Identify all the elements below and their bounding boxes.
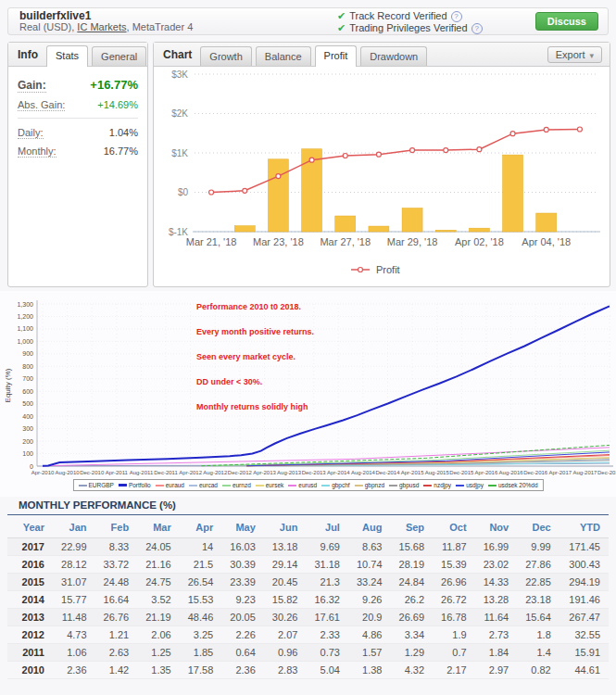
svg-text:1,100: 1,100	[17, 325, 33, 332]
value-cell: 3.25	[180, 626, 222, 644]
value-cell: 1.06	[53, 644, 95, 662]
column-header-ytd: YTD	[559, 517, 609, 538]
equity-chart: 1,3001,2001,1001,00090080070060050040030…	[0, 291, 616, 477]
legend-item-euraud[interactable]: euraud	[156, 482, 184, 488]
value-cell: 5.04	[306, 662, 348, 679]
export-button[interactable]: Export▾	[547, 46, 602, 63]
value-cell: 15.91	[559, 644, 609, 662]
legend-item-usdsek-20-dd[interactable]: usdsek 20%dd	[488, 482, 538, 488]
value-cell: 300.43	[559, 556, 609, 574]
stat-label: Gain:	[18, 79, 46, 93]
value-cell: 1.57	[348, 644, 391, 662]
value-cell: 2.63	[95, 644, 138, 662]
broker-link[interactable]: IC Markets	[77, 21, 126, 32]
help-icon[interactable]: ?	[471, 23, 483, 34]
discuss-button[interactable]: Discuss	[535, 12, 598, 31]
svg-text:1,300: 1,300	[17, 301, 33, 308]
export-label: Export	[556, 49, 585, 60]
tab-growth[interactable]: Growth	[200, 46, 251, 66]
value-cell: 0.7	[433, 644, 475, 662]
tab-balance[interactable]: Balance	[256, 46, 311, 66]
help-icon[interactable]: ?	[451, 11, 462, 22]
legend-item-usdjpy[interactable]: usdjpy	[456, 482, 484, 488]
value-cell: 23.18	[517, 591, 559, 609]
legend-label: eursek	[266, 482, 284, 488]
value-cell: 15.77	[53, 591, 95, 609]
legend-item-gbpusd[interactable]: gbpusd	[389, 482, 419, 488]
year-cell: 2012	[7, 626, 53, 644]
stats-gain-group: Gain:+16.77%Abs. Gain:+14.69%	[18, 78, 138, 111]
value-cell: 2.07	[264, 626, 307, 644]
legend-item-gbpchf[interactable]: gbpchf	[321, 482, 350, 488]
table-row-2013: 201311.4826.7621.1948.4620.0530.2617.612…	[7, 609, 609, 626]
tab-drawdown[interactable]: Drawdown	[360, 46, 427, 66]
legend-label: eurnzd	[233, 482, 251, 488]
info-tabs: StatsGeneral	[46, 45, 150, 66]
tab-profit[interactable]: Profit	[315, 45, 358, 67]
svg-text:Dec-2017: Dec-2017	[597, 470, 616, 475]
tab-general[interactable]: General	[92, 46, 146, 66]
platform: , MetaTrader 4	[127, 21, 194, 32]
verification-block: ✔Track Record Verified? ✔Trading Privile…	[337, 10, 483, 34]
svg-text:Apr 02, '18: Apr 02, '18	[455, 236, 504, 247]
info-panel-title: Info	[8, 48, 46, 66]
table-row-2016: 201628.1233.7221.1621.530.3929.1431.1810…	[7, 556, 609, 574]
legend-label: eurusd	[298, 482, 317, 488]
legend-item-eurnzd[interactable]: eurnzd	[222, 482, 251, 488]
svg-text:Mar 23, '18: Mar 23, '18	[253, 236, 304, 247]
legend-item-gbpnzd[interactable]: gbpnzd	[355, 482, 384, 488]
legend-item-eurcad[interactable]: eurcad	[189, 482, 218, 488]
svg-text:Dec-2013: Dec-2013	[302, 470, 327, 475]
value-cell: 14	[180, 538, 222, 556]
chart-tabbar: Chart GrowthBalanceProfitDrawdown Export…	[154, 43, 610, 67]
value-cell: 2.36	[221, 662, 264, 679]
account-type: Real (USD),	[19, 21, 77, 32]
svg-text:$2K: $2K	[171, 108, 188, 119]
tab-stats[interactable]: Stats	[46, 45, 88, 67]
account-header: builderfxlive1 Real (USD), IC Markets, M…	[7, 7, 609, 35]
stats-daily-group: Daily:1.04%Monthly:16.77%	[18, 127, 138, 158]
value-cell: 1.4	[517, 644, 559, 662]
value-cell: 14.33	[475, 574, 518, 591]
account-info: builderfxlive1 Real (USD), IC Markets, M…	[19, 10, 193, 32]
value-cell: 22.99	[53, 538, 95, 556]
year-cell: 2016	[7, 556, 53, 574]
value-cell: 48.46	[180, 609, 222, 626]
value-cell: 2.06	[137, 626, 180, 644]
svg-text:Apr 04, '18: Apr 04, '18	[522, 236, 571, 247]
value-cell: 13.18	[264, 538, 307, 556]
value-cell: 9.99	[517, 538, 559, 556]
svg-text:500: 500	[22, 400, 33, 407]
legend-item-eurusd[interactable]: eurusd	[288, 482, 317, 488]
legend-label: nzdjpy	[434, 482, 451, 488]
stat-value: +14.69%	[97, 99, 138, 110]
stat-row: Gain:+16.77%	[18, 78, 138, 93]
legend-label: eurcad	[199, 482, 218, 488]
svg-text:Dec-2015: Dec-2015	[449, 470, 474, 475]
column-header-may: May	[221, 517, 264, 538]
chart-tabs: GrowthBalanceProfitDrawdown	[200, 45, 431, 66]
svg-text:Apr-2011: Apr-2011	[106, 470, 129, 475]
column-header-jan: Jan	[53, 517, 95, 538]
monthly-performance-table: YearJanFebMarAprMayJunJulAugSepOctNovDec…	[7, 517, 609, 679]
svg-text:1,000: 1,000	[17, 338, 33, 345]
svg-text:800: 800	[22, 363, 33, 370]
account-name: builderfxlive1	[19, 10, 193, 21]
value-cell: 16.32	[306, 591, 348, 609]
value-cell: 191.46	[559, 591, 609, 609]
value-cell: 2.17	[433, 662, 475, 679]
value-cell: 9.23	[221, 591, 264, 609]
value-cell: 2.26	[221, 626, 264, 644]
legend-item-portfolio[interactable]: Portfolio	[119, 482, 151, 488]
svg-text:Performance 2010 t0 2018.: Performance 2010 t0 2018.	[196, 302, 301, 311]
value-cell: 15.39	[433, 556, 475, 574]
legend-item-eursek[interactable]: eursek	[256, 482, 284, 488]
svg-text:Seen every market cycle.: Seen every market cycle.	[196, 352, 295, 361]
stats-divider	[18, 118, 138, 119]
svg-text:Aug-2014: Aug-2014	[351, 470, 376, 475]
value-cell: 21.3	[306, 574, 348, 591]
legend-item-nzdjpy[interactable]: nzdjpy	[423, 482, 451, 488]
legend-swatch	[222, 485, 231, 486]
legend-item-eurgbp[interactable]: EURGBP	[78, 482, 113, 488]
svg-text:$-1K: $-1K	[169, 227, 188, 237]
